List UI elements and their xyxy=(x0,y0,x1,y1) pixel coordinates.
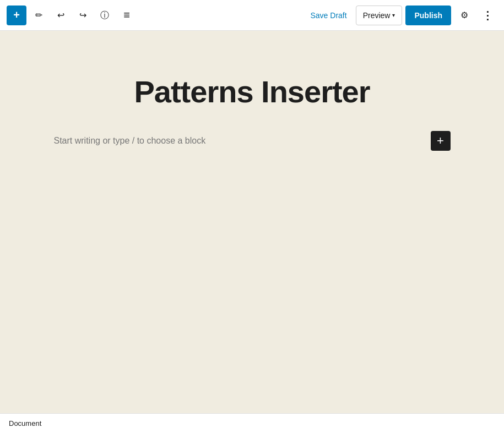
pencil-icon xyxy=(35,9,42,21)
settings-icon xyxy=(460,9,468,21)
undo-icon xyxy=(57,9,64,21)
bottom-bar: Document xyxy=(0,413,504,433)
publish-button[interactable]: Publish xyxy=(405,6,451,25)
post-title[interactable]: Patterns Inserter xyxy=(54,75,451,109)
more-options-icon xyxy=(482,9,493,22)
preview-button[interactable]: Preview ▾ xyxy=(356,6,403,25)
block-placeholder-text[interactable]: Start writing or type / to choose a bloc… xyxy=(54,136,431,146)
toolbar-right: Save Draft Preview ▾ Publish xyxy=(305,6,498,25)
settings-button[interactable] xyxy=(454,6,474,25)
redo-icon xyxy=(79,9,86,21)
list-view-button[interactable] xyxy=(117,6,137,25)
toolbar-left: + xyxy=(7,6,137,25)
plus-icon: + xyxy=(13,9,20,21)
list-view-icon xyxy=(123,9,130,21)
redo-button[interactable] xyxy=(73,6,93,25)
more-options-button[interactable] xyxy=(478,6,497,25)
chevron-down-icon: ▾ xyxy=(392,12,395,18)
toolbar: + Save Draft Preview ▾ Publish xyxy=(0,0,504,31)
add-block-inline-button[interactable]: + xyxy=(431,131,451,151)
undo-button[interactable] xyxy=(51,6,71,25)
pencil-button[interactable] xyxy=(29,6,48,25)
info-button[interactable] xyxy=(95,6,115,25)
save-draft-button[interactable]: Save Draft xyxy=(305,8,353,23)
bottom-bar-label: Document xyxy=(9,419,41,427)
block-placeholder-row: Start writing or type / to choose a bloc… xyxy=(54,131,451,151)
info-icon xyxy=(100,9,109,21)
preview-label: Preview xyxy=(363,11,391,20)
plus-icon-inline: + xyxy=(437,135,444,147)
add-block-toolbar-button[interactable]: + xyxy=(7,6,26,25)
editor-area: Patterns Inserter Start writing or type … xyxy=(0,31,504,413)
